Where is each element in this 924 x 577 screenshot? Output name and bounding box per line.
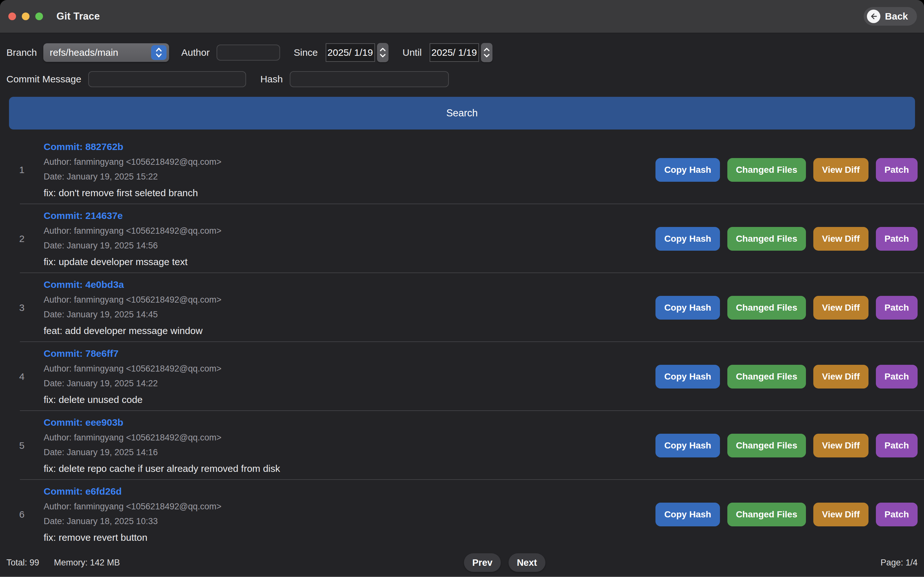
branch-selected-value: refs/heads/main [50,47,151,58]
back-button-label: Back [885,11,908,22]
view-diff-button[interactable]: View Diff [813,227,869,251]
commit-hash-link[interactable]: Commit: 882762b [44,141,656,152]
copy-hash-button[interactable]: Copy Hash [656,227,720,251]
prev-page-button[interactable]: Prev [464,553,501,572]
commit-author: Author: fanmingyang <1056218492@qq.com> [44,502,656,512]
patch-button[interactable]: Patch [876,296,918,319]
commit-hash-link[interactable]: Commit: eee903b [44,417,656,428]
author-input[interactable] [216,45,280,61]
commit-index: 4 [0,371,44,382]
commit-row: 4 Commit: 78e6ff7 Author: fanmingyang <1… [0,342,924,411]
changed-files-button[interactable]: Changed Files [727,365,806,388]
commit-hash-link[interactable]: Commit: e6fd26d [44,486,656,497]
status-bar: Total: 99 Memory: 142 MB Prev Next Page:… [0,549,924,576]
copy-hash-button[interactable]: Copy Hash [656,158,720,182]
page-indicator: Page: 1/4 [880,558,918,568]
author-label: Author [181,47,210,58]
commit-row: 5 Commit: eee903b Author: fanmingyang <1… [0,411,924,480]
branch-select[interactable]: refs/heads/main [43,43,169,62]
copy-hash-button[interactable]: Copy Hash [656,296,720,319]
zoom-window-button[interactable] [35,13,43,20]
commit-info: Commit: 4e0bd3a Author: fanmingyang <105… [44,279,656,336]
search-button[interactable]: Search [9,97,915,129]
commit-message: fix: don't remove first seleted branch [44,187,656,198]
commit-date: Date: January 18, 2025 10:33 [44,516,656,526]
commit-row: 2 Commit: 214637e Author: fanmingyang <1… [0,204,924,273]
changed-files-button[interactable]: Changed Files [727,158,806,182]
close-window-button[interactable] [8,13,16,20]
commit-index: 1 [0,164,44,175]
filter-row-1: Branch refs/heads/main Author Since 2025… [6,43,918,62]
commit-message: fix: delete repo cache if user already r… [44,463,656,474]
filter-panel: Branch refs/heads/main Author Since 2025… [0,33,924,87]
changed-files-button[interactable]: Changed Files [727,434,806,458]
app-title: Git Trace [57,11,100,22]
filter-row-2: Commit Message Hash [6,71,918,87]
hash-input[interactable] [290,71,449,87]
patch-button[interactable]: Patch [876,158,918,182]
patch-button[interactable]: Patch [876,227,918,251]
commit-date: Date: January 19, 2025 14:16 [44,448,656,458]
commit-message: fix: delete unused code [44,394,656,405]
changed-files-button[interactable]: Changed Files [727,227,806,251]
commit-info: Commit: 214637e Author: fanmingyang <105… [44,210,656,268]
commit-info: Commit: 882762b Author: fanmingyang <105… [44,141,656,198]
commit-info: Commit: 78e6ff7 Author: fanmingyang <105… [44,348,656,405]
commit-actions: Copy Hash Changed Files View Diff Patch [656,503,918,526]
view-diff-button[interactable]: View Diff [813,158,869,182]
memory-usage: Memory: 142 MB [54,558,120,568]
copy-hash-button[interactable]: Copy Hash [656,503,720,526]
hash-label: Hash [260,74,283,85]
commit-hash-link[interactable]: Commit: 4e0bd3a [44,279,656,290]
commit-row: 3 Commit: 4e0bd3a Author: fanmingyang <1… [0,273,924,342]
since-date-field[interactable]: 2025/ 1/19 [326,43,375,62]
since-date-group: 2025/ 1/19 [318,43,389,62]
commit-hash-link[interactable]: Commit: 78e6ff7 [44,348,656,359]
total-count: Total: 99 [6,558,39,568]
view-diff-button[interactable]: View Diff [813,503,869,526]
minimize-window-button[interactable] [22,13,29,20]
copy-hash-button[interactable]: Copy Hash [656,434,720,458]
since-label: Since [294,47,318,58]
commit-hash-link[interactable]: Commit: 214637e [44,210,656,221]
patch-button[interactable]: Patch [876,503,918,526]
until-date-group: 2025/ 1/19 [422,43,493,62]
until-label: Until [403,47,422,58]
pager: Prev Next [464,553,545,572]
commit-message: fix: update developer mssage text [44,256,656,268]
until-date-field[interactable]: 2025/ 1/19 [430,43,479,62]
commit-date: Date: January 19, 2025 14:45 [44,309,656,319]
patch-button[interactable]: Patch [876,434,918,458]
commit-info: Commit: eee903b Author: fanmingyang <105… [44,417,656,474]
next-page-button[interactable]: Next [509,553,545,572]
commit-message: fix: remove revert button [44,532,656,543]
view-diff-button[interactable]: View Diff [813,296,869,319]
commit-index: 6 [0,509,44,520]
commit-author: Author: fanmingyang <1056218492@qq.com> [44,295,656,305]
branch-label: Branch [6,47,37,58]
commit-index: 3 [0,302,44,313]
commit-author: Author: fanmingyang <1056218492@qq.com> [44,364,656,374]
titlebar: Git Trace Back [0,0,924,33]
changed-files-button[interactable]: Changed Files [727,503,806,526]
patch-button[interactable]: Patch [876,365,918,388]
commit-message-input[interactable] [88,71,246,87]
commit-row: 1 Commit: 882762b Author: fanmingyang <1… [0,135,924,204]
git-trace-window: Git Trace Back Branch refs/heads/main [0,0,924,577]
changed-files-button[interactable]: Changed Files [727,296,806,319]
commit-index: 2 [0,234,44,244]
commit-author: Author: fanmingyang <1056218492@qq.com> [44,226,656,236]
copy-hash-button[interactable]: Copy Hash [656,365,720,388]
commit-date: Date: January 19, 2025 15:22 [44,172,656,182]
commit-actions: Copy Hash Changed Files View Diff Patch [656,158,918,182]
back-button[interactable]: Back [864,7,917,26]
commit-index: 5 [0,440,44,451]
chevron-up-down-icon [151,45,166,60]
view-diff-button[interactable]: View Diff [813,365,869,388]
commit-row: 6 Commit: e6fd26d Author: fanmingyang <1… [0,480,924,549]
until-stepper[interactable] [481,43,493,62]
commit-actions: Copy Hash Changed Files View Diff Patch [656,365,918,388]
since-stepper[interactable] [377,43,389,62]
commit-info: Commit: e6fd26d Author: fanmingyang <105… [44,486,656,543]
view-diff-button[interactable]: View Diff [813,434,869,458]
